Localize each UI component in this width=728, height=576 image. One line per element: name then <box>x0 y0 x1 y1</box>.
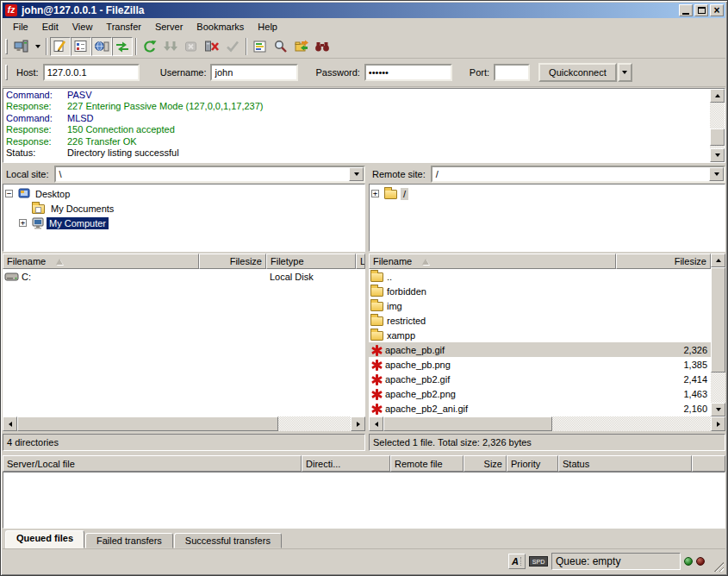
tree-item-desktop[interactable]: − Desktop <box>5 186 364 201</box>
scroll-right-button[interactable] <box>711 416 725 431</box>
log-vertical-scrollbar[interactable] <box>710 89 725 162</box>
quickconnect-button[interactable]: Quickconnect <box>538 63 617 82</box>
minimize-button[interactable] <box>679 4 693 16</box>
column-header-filesize[interactable]: Filesize <box>199 254 266 269</box>
scroll-down-button[interactable] <box>711 403 725 416</box>
remote-site-combobox[interactable]: / <box>431 166 725 183</box>
remote-file-row[interactable]: apache_pb2.gif2,414 <box>369 372 711 386</box>
remote-file-row[interactable]: xampp <box>369 328 711 342</box>
column-header-filetype[interactable]: Filetype <box>266 254 356 269</box>
column-header-status[interactable]: Status <box>558 455 692 472</box>
directory-comparison-button[interactable] <box>312 37 333 56</box>
menu-help[interactable]: Help <box>251 20 284 34</box>
column-header-server-local-file[interactable]: Server/Local file <box>3 455 302 472</box>
synchronized-browsing-button[interactable] <box>291 37 312 56</box>
tree-item-root[interactable]: + / <box>371 186 725 201</box>
remote-site-dropdown-button[interactable] <box>709 167 724 181</box>
image-file-icon <box>370 388 383 400</box>
remote-file-row[interactable]: apache_pb.png1,385 <box>369 357 711 372</box>
transfer-queue-toggle-button[interactable] <box>112 37 133 56</box>
local-site-dropdown-button[interactable] <box>349 167 364 181</box>
expand-expander[interactable]: + <box>19 219 27 227</box>
column-header-filename[interactable]: Filename <box>3 254 199 269</box>
cancel-operation-button[interactable] <box>181 37 202 56</box>
scroll-up-button[interactable] <box>711 254 725 267</box>
resize-grip[interactable] <box>712 560 724 572</box>
remote-file-row[interactable]: forbidden <box>369 284 711 298</box>
remote-file-row[interactable]: .. <box>369 269 711 284</box>
menu-server[interactable]: Server <box>148 20 190 34</box>
menu-view[interactable]: View <box>65 20 100 34</box>
scrollbar-thumb[interactable] <box>383 416 552 431</box>
password-input[interactable] <box>364 64 452 81</box>
remote-vertical-scrollbar[interactable] <box>711 254 725 416</box>
scrollbar-thumb[interactable] <box>711 267 725 373</box>
scrollbar-thumb[interactable] <box>17 416 278 431</box>
image-file-icon <box>370 359 383 371</box>
site-manager-button[interactable] <box>11 37 32 56</box>
toolbar-grip[interactable] <box>5 39 8 54</box>
message-log-toggle-button[interactable] <box>50 37 71 56</box>
close-button[interactable]: × <box>710 4 724 16</box>
scrollbar-thumb[interactable] <box>710 128 725 146</box>
speedlimit-indicator-icon: SPD <box>529 556 548 567</box>
menu-edit[interactable]: Edit <box>35 20 65 34</box>
sort-ascending-icon <box>422 259 429 265</box>
scroll-right-button[interactable] <box>351 416 365 431</box>
local-site-combobox[interactable]: \ <box>54 166 365 183</box>
scroll-left-button[interactable] <box>3 416 17 431</box>
queue-body[interactable] <box>3 472 725 529</box>
tree-item-my-computer[interactable]: + My Computer <box>5 216 364 230</box>
remote-file-row[interactable]: restricted <box>369 313 711 328</box>
quickconnect-dropdown-button[interactable] <box>618 63 632 82</box>
column-header-filename[interactable]: Filename <box>369 254 616 269</box>
collapse-expander[interactable]: − <box>5 190 13 197</box>
remote-file-row[interactable]: apache_pb2.png1,463 <box>369 386 711 401</box>
remote-horizontal-scrollbar[interactable] <box>369 416 725 431</box>
remote-file-row-selected[interactable]: apache_pb.gif2,326 <box>369 342 711 357</box>
filename-filters-button[interactable] <box>250 37 271 56</box>
column-header-size[interactable]: Size <box>464 455 507 472</box>
remote-file-row[interactable]: apache_pb2_ani.gif2,160 <box>369 401 711 416</box>
column-header-direction[interactable]: Directi... <box>302 455 390 472</box>
local-treeview-toggle-button[interactable] <box>71 37 91 56</box>
column-header-remote-file[interactable]: Remote file <box>390 455 464 472</box>
username-input[interactable] <box>210 64 298 81</box>
maximize-icon <box>698 7 706 14</box>
menu-file[interactable]: File <box>6 20 35 34</box>
site-manager-dropdown-button[interactable] <box>32 37 43 56</box>
tree-item-my-documents[interactable]: My Documents <box>5 201 364 216</box>
file-search-button[interactable] <box>271 37 291 56</box>
local-horizontal-scrollbar[interactable] <box>3 416 365 431</box>
tab-successful-transfers[interactable]: Successful transfers <box>174 533 282 548</box>
quickconnect-grip[interactable] <box>5 65 8 80</box>
remote-file-list: Filename Filesize .. forbidden img restr… <box>369 254 725 416</box>
refresh-button[interactable] <box>140 37 160 56</box>
scroll-left-button[interactable] <box>369 416 383 431</box>
maximize-button[interactable] <box>694 4 708 16</box>
host-input[interactable] <box>43 64 140 81</box>
port-input[interactable] <box>494 64 530 81</box>
column-header-priority[interactable]: Priority <box>507 455 558 472</box>
tab-failed-transfers[interactable]: Failed transfers <box>85 533 173 548</box>
browser-panes: Local site: \ − Desktop <box>3 165 725 453</box>
menu-bookmarks[interactable]: Bookmarks <box>190 20 251 34</box>
column-header-filesize[interactable]: Filesize <box>616 254 711 269</box>
remote-file-row[interactable]: img <box>369 298 711 313</box>
remote-treeview-toggle-button[interactable] <box>91 37 112 56</box>
expand-expander[interactable]: + <box>371 190 379 197</box>
datatype-indicator-icon: A <box>508 554 526 569</box>
reconnect-button[interactable] <box>222 37 243 56</box>
message-log-icon <box>53 40 68 53</box>
scroll-down-button[interactable] <box>710 148 725 162</box>
column-header-last-modified[interactable]: L <box>356 254 365 269</box>
disconnect-button[interactable] <box>202 37 222 56</box>
tab-queued-files[interactable]: Queued files <box>5 530 84 548</box>
menu-transfer[interactable]: Transfer <box>99 20 148 34</box>
scroll-up-button[interactable] <box>710 89 725 103</box>
chevron-down-icon <box>622 71 627 74</box>
status-bar: A SPD Queue: empty <box>3 549 725 573</box>
process-queue-button[interactable] <box>160 37 181 56</box>
local-file-row[interactable]: C: Local Disk <box>3 269 365 284</box>
cancel-icon <box>184 40 199 53</box>
